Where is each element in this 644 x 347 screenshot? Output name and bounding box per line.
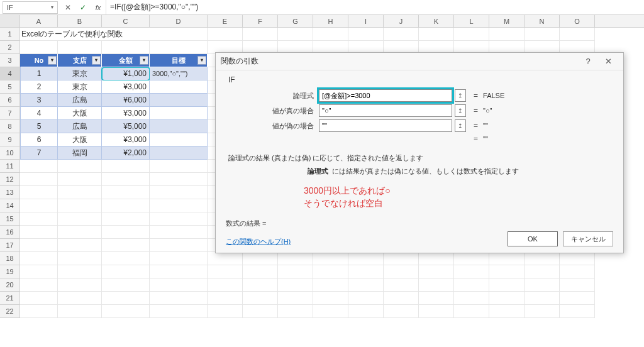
cell-goal[interactable] bbox=[150, 120, 208, 133]
cell-goal[interactable] bbox=[150, 133, 208, 146]
col-header[interactable]: A bbox=[20, 15, 58, 27]
help-link[interactable]: この関数のヘルプ(H) bbox=[226, 237, 291, 246]
insert-function-button[interactable]: fx bbox=[91, 1, 106, 14]
row-header[interactable]: 8 bbox=[0, 120, 20, 133]
range-selector-icon[interactable]: ↥ bbox=[455, 104, 466, 117]
cell-amount[interactable]: ¥3,000 bbox=[102, 133, 150, 146]
cell[interactable] bbox=[384, 278, 419, 292]
cell[interactable] bbox=[419, 305, 454, 318]
cell[interactable] bbox=[102, 199, 150, 212]
cell-branch[interactable]: 東京 bbox=[58, 80, 102, 94]
cell[interactable] bbox=[102, 278, 150, 292]
cell[interactable] bbox=[278, 292, 313, 305]
cell[interactable] bbox=[20, 305, 58, 318]
cell-amount[interactable]: ¥2,000 bbox=[102, 146, 150, 160]
cell[interactable] bbox=[150, 252, 208, 265]
cell[interactable] bbox=[102, 173, 150, 186]
col-header[interactable]: C bbox=[102, 15, 150, 27]
cell[interactable] bbox=[454, 305, 489, 318]
range-selector-icon[interactable]: ↥ bbox=[455, 89, 466, 102]
cell[interactable] bbox=[384, 252, 419, 265]
cell[interactable] bbox=[20, 41, 58, 54]
col-header[interactable]: B bbox=[58, 15, 102, 27]
cell-no[interactable]: 3 bbox=[20, 94, 58, 107]
enter-formula-button[interactable]: ✓ bbox=[75, 1, 91, 14]
row-header[interactable]: 16 bbox=[0, 226, 20, 239]
row-header[interactable]: 13 bbox=[0, 186, 20, 199]
cell[interactable] bbox=[489, 278, 525, 292]
cell[interactable] bbox=[102, 292, 150, 305]
cell[interactable] bbox=[454, 292, 489, 305]
cell[interactable] bbox=[243, 292, 278, 305]
cell[interactable] bbox=[419, 292, 454, 305]
cell[interactable] bbox=[454, 252, 489, 265]
cell[interactable] bbox=[525, 305, 560, 318]
cell[interactable] bbox=[489, 292, 525, 305]
cell[interactable] bbox=[20, 199, 58, 212]
cell[interactable] bbox=[102, 41, 150, 54]
row-header[interactable]: 5 bbox=[0, 80, 20, 94]
cell[interactable] bbox=[278, 252, 313, 265]
row-header[interactable]: 22 bbox=[0, 305, 20, 318]
cell[interactable] bbox=[20, 186, 58, 199]
cell[interactable] bbox=[348, 305, 384, 318]
cancel-formula-button[interactable]: ✕ bbox=[60, 1, 75, 14]
cell-branch[interactable]: 大阪 bbox=[58, 107, 102, 120]
table-header-no[interactable]: No▾ bbox=[20, 54, 58, 67]
arg-input-true[interactable] bbox=[319, 104, 452, 117]
cell[interactable] bbox=[150, 160, 208, 173]
table-header-branch[interactable]: 支店▾ bbox=[58, 54, 102, 67]
cell[interactable] bbox=[58, 41, 102, 54]
help-button[interactable]: ? bbox=[578, 57, 598, 66]
cell[interactable] bbox=[454, 265, 489, 278]
cell-goal-editing[interactable]: 3000,"○","") bbox=[150, 67, 208, 80]
cell[interactable] bbox=[208, 278, 243, 292]
filter-dropdown-icon[interactable]: ▾ bbox=[48, 56, 57, 65]
cell[interactable] bbox=[348, 265, 384, 278]
cell[interactable] bbox=[20, 239, 58, 252]
col-header[interactable]: L bbox=[454, 15, 489, 27]
cell[interactable] bbox=[348, 252, 384, 265]
cell[interactable] bbox=[560, 252, 595, 265]
col-header[interactable]: E bbox=[208, 15, 243, 27]
cell[interactable] bbox=[20, 160, 58, 173]
cell[interactable] bbox=[102, 212, 150, 226]
table-header-amount[interactable]: 金額▾ bbox=[102, 54, 150, 67]
cell[interactable] bbox=[525, 28, 560, 41]
cell-branch[interactable]: 福岡 bbox=[58, 146, 102, 160]
cell[interactable] bbox=[150, 305, 208, 318]
cancel-button[interactable]: キャンセル bbox=[563, 231, 613, 246]
col-header[interactable]: H bbox=[313, 15, 348, 27]
filter-dropdown-icon[interactable]: ▾ bbox=[140, 56, 148, 65]
cell[interactable] bbox=[348, 292, 384, 305]
filter-dropdown-icon[interactable]: ▾ bbox=[92, 56, 101, 65]
cell[interactable] bbox=[150, 226, 208, 239]
col-header[interactable]: J bbox=[384, 15, 419, 27]
cell[interactable] bbox=[150, 292, 208, 305]
col-header[interactable]: K bbox=[419, 15, 454, 27]
cell[interactable] bbox=[208, 252, 243, 265]
cell[interactable] bbox=[525, 252, 560, 265]
cell[interactable] bbox=[560, 28, 595, 41]
dialog-title-bar[interactable]: 関数の引数 ? ✕ bbox=[216, 53, 623, 70]
cell[interactable] bbox=[313, 278, 348, 292]
cell-no[interactable]: 5 bbox=[20, 120, 58, 133]
cell[interactable] bbox=[348, 28, 384, 41]
row-header[interactable]: 14 bbox=[0, 199, 20, 212]
cell[interactable] bbox=[58, 173, 102, 186]
cell[interactable] bbox=[489, 305, 525, 318]
cell[interactable] bbox=[454, 28, 489, 41]
cell[interactable] bbox=[560, 278, 595, 292]
cell[interactable] bbox=[384, 305, 419, 318]
cell-amount[interactable]: ¥1,000 bbox=[102, 67, 150, 80]
col-header[interactable]: D bbox=[150, 15, 208, 27]
cell[interactable] bbox=[348, 278, 384, 292]
cell[interactable] bbox=[208, 292, 243, 305]
row-header[interactable]: 18 bbox=[0, 252, 20, 265]
cell[interactable] bbox=[525, 265, 560, 278]
cell[interactable] bbox=[208, 28, 243, 41]
col-header[interactable]: I bbox=[348, 15, 384, 27]
cell[interactable] bbox=[58, 305, 102, 318]
cell-branch[interactable]: 広島 bbox=[58, 94, 102, 107]
arg-input-false[interactable] bbox=[319, 119, 452, 132]
